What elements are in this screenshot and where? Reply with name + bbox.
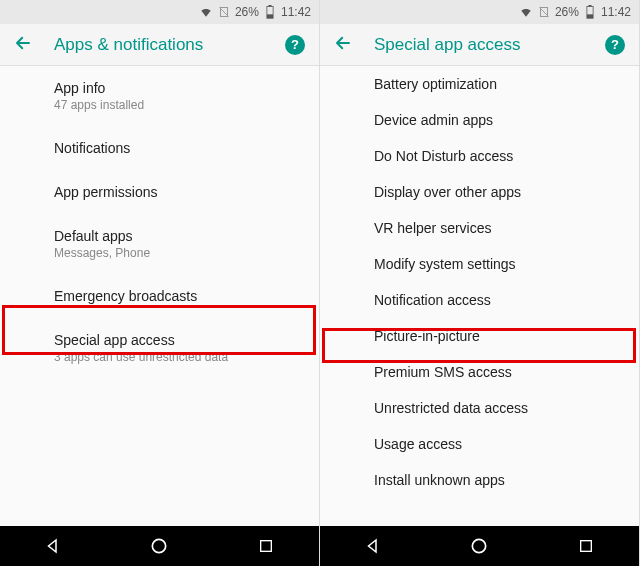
list-item-label: App permissions bbox=[54, 184, 303, 200]
status-bar: 26% 11:42 bbox=[320, 0, 639, 24]
list-item-label: Usage access bbox=[374, 436, 623, 452]
wifi-icon bbox=[519, 5, 533, 19]
list-item[interactable]: Default appsMessages, Phone bbox=[0, 214, 319, 274]
battery-icon bbox=[583, 5, 597, 19]
wifi-icon bbox=[199, 5, 213, 19]
list-item-label: Unrestricted data access bbox=[374, 400, 623, 416]
nav-back-button[interactable] bbox=[353, 526, 393, 566]
list-item[interactable]: Picture-in-picture bbox=[320, 318, 639, 354]
list-item-label: Device admin apps bbox=[374, 112, 623, 128]
content-list-left: App info47 apps installedNotificationsAp… bbox=[0, 66, 319, 526]
list-item-sublabel: Messages, Phone bbox=[54, 246, 303, 260]
list-item[interactable]: Usage access bbox=[320, 426, 639, 462]
svg-rect-13 bbox=[580, 541, 591, 552]
list-item-label: Special app access bbox=[54, 332, 303, 348]
nav-back-button[interactable] bbox=[33, 526, 73, 566]
list-item-sublabel: 3 apps can use unrestricted data bbox=[54, 350, 303, 364]
battery-icon bbox=[263, 5, 277, 19]
list-item-label: App info bbox=[54, 80, 303, 96]
page-title: Special app access bbox=[374, 35, 583, 55]
list-item-label: Modify system settings bbox=[374, 256, 623, 272]
list-item-label: Notification access bbox=[374, 292, 623, 308]
svg-rect-3 bbox=[268, 5, 271, 7]
list-item-label: Battery optimization bbox=[374, 76, 623, 92]
list-item-label: Default apps bbox=[54, 228, 303, 244]
toolbar: Apps & notifications ? bbox=[0, 24, 319, 66]
list-item[interactable]: Device admin apps bbox=[320, 102, 639, 138]
list-item[interactable]: Notification access bbox=[320, 282, 639, 318]
list-item[interactable]: Install unknown apps bbox=[320, 462, 639, 498]
list-item[interactable]: Battery optimization bbox=[320, 66, 639, 102]
svg-point-12 bbox=[473, 539, 486, 552]
clock: 11:42 bbox=[281, 5, 311, 19]
status-bar: 26% 11:42 bbox=[0, 0, 319, 24]
list-item-label: Install unknown apps bbox=[374, 472, 623, 488]
back-button[interactable] bbox=[14, 34, 32, 56]
page-title: Apps & notifications bbox=[54, 35, 263, 55]
list-item-label: Emergency broadcasts bbox=[54, 288, 303, 304]
list-item[interactable]: Special app access3 apps can use unrestr… bbox=[0, 318, 319, 378]
list-item-label: Do Not Disturb access bbox=[374, 148, 623, 164]
nav-recents-button[interactable] bbox=[246, 526, 286, 566]
list-item-label: Premium SMS access bbox=[374, 364, 623, 380]
list-item[interactable]: Notifications bbox=[0, 126, 319, 170]
list-item-label: Display over other apps bbox=[374, 184, 623, 200]
list-item-label: VR helper services bbox=[374, 220, 623, 236]
svg-rect-11 bbox=[587, 14, 593, 18]
list-item[interactable]: App info47 apps installed bbox=[0, 66, 319, 126]
nav-home-button[interactable] bbox=[459, 526, 499, 566]
list-item-label: Notifications bbox=[54, 140, 303, 156]
content-list-right: Battery optimizationDevice admin appsDo … bbox=[320, 66, 639, 526]
svg-rect-10 bbox=[588, 5, 591, 7]
no-sim-icon bbox=[537, 5, 551, 19]
clock: 11:42 bbox=[601, 5, 631, 19]
list-item[interactable]: Unrestricted data access bbox=[320, 390, 639, 426]
nav-bar bbox=[0, 526, 319, 566]
toolbar: Special app access ? bbox=[320, 24, 639, 66]
phone-left: 26% 11:42 Apps & notifications ? App inf… bbox=[0, 0, 320, 566]
battery-percent: 26% bbox=[235, 5, 259, 19]
no-sim-icon bbox=[217, 5, 231, 19]
nav-recents-button[interactable] bbox=[566, 526, 606, 566]
svg-point-5 bbox=[153, 539, 166, 552]
list-item[interactable]: Display over other apps bbox=[320, 174, 639, 210]
phone-right: 26% 11:42 Special app access ? Battery o… bbox=[320, 0, 640, 566]
list-item[interactable]: Modify system settings bbox=[320, 246, 639, 282]
list-item-sublabel: 47 apps installed bbox=[54, 98, 303, 112]
list-item[interactable]: VR helper services bbox=[320, 210, 639, 246]
nav-home-button[interactable] bbox=[139, 526, 179, 566]
list-item[interactable]: Emergency broadcasts bbox=[0, 274, 319, 318]
list-item-label: Picture-in-picture bbox=[374, 328, 623, 344]
battery-percent: 26% bbox=[555, 5, 579, 19]
nav-bar bbox=[320, 526, 639, 566]
list-item[interactable]: App permissions bbox=[0, 170, 319, 214]
svg-rect-6 bbox=[260, 541, 271, 552]
list-item[interactable]: Do Not Disturb access bbox=[320, 138, 639, 174]
list-item[interactable]: Premium SMS access bbox=[320, 354, 639, 390]
svg-rect-4 bbox=[267, 14, 273, 18]
help-button[interactable]: ? bbox=[285, 35, 305, 55]
help-button[interactable]: ? bbox=[605, 35, 625, 55]
back-button[interactable] bbox=[334, 34, 352, 56]
